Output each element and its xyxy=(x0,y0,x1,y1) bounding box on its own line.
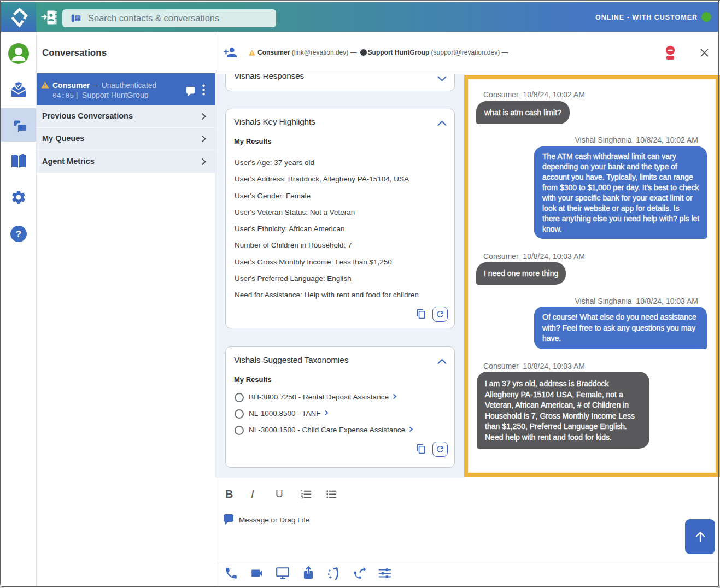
svg-text:?: ? xyxy=(16,229,21,239)
